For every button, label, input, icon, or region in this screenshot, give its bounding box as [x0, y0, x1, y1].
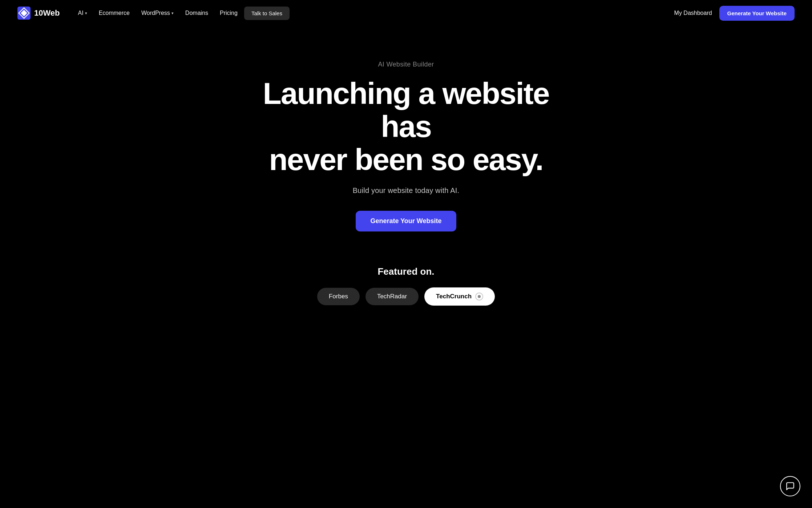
featured-title: Featured on. — [377, 266, 434, 277]
featured-badge-techradar[interactable]: TechRadar — [365, 288, 419, 305]
hero-title-line2: never been so easy. — [269, 142, 543, 177]
nav-links: AI ▾ Ecommerce WordPress ▾ Domains Prici… — [73, 7, 290, 20]
logo-link[interactable]: 10Web — [17, 7, 60, 20]
brand-name: 10Web — [34, 8, 60, 18]
chat-icon — [785, 481, 795, 491]
nav-item-ecommerce[interactable]: Ecommerce — [94, 7, 135, 19]
talk-to-sales-button[interactable]: Talk to Sales — [244, 7, 290, 20]
hero-subtitle: Build your website today with AI. — [353, 186, 459, 195]
chat-support-button[interactable] — [780, 476, 800, 496]
hero-eyebrow: AI Website Builder — [378, 61, 434, 68]
nav-item-domains[interactable]: Domains — [180, 7, 213, 19]
featured-badge-techcrunch[interactable]: TechCrunch — [424, 287, 495, 306]
featured-logos: Forbes TechRadar TechCrunch — [317, 287, 495, 306]
nav-item-pricing[interactable]: Pricing — [215, 7, 243, 19]
hero-title-line1: Launching a website has — [263, 76, 549, 144]
my-dashboard-link[interactable]: My Dashboard — [674, 10, 712, 16]
nav-item-ai[interactable]: AI ▾ — [73, 7, 92, 19]
generate-website-nav-button[interactable]: Generate Your Website — [719, 6, 795, 21]
ai-chevron-icon: ▾ — [85, 11, 87, 16]
featured-section: Featured on. Forbes TechRadar TechCrunch — [0, 251, 812, 306]
active-dot — [478, 295, 481, 298]
navbar: 10Web AI ▾ Ecommerce WordPress ▾ Domains… — [0, 0, 812, 26]
hero-section: AI Website Builder Launching a website h… — [0, 26, 812, 251]
nav-left: 10Web AI ▾ Ecommerce WordPress ▾ Domains… — [17, 7, 290, 20]
hero-title: Launching a website has never been so ea… — [243, 77, 570, 176]
featured-badge-forbes[interactable]: Forbes — [317, 288, 360, 305]
generate-website-hero-button[interactable]: Generate Your Website — [356, 211, 456, 231]
logo-icon — [17, 7, 31, 20]
wordpress-chevron-icon: ▾ — [171, 11, 174, 16]
nav-item-wordpress[interactable]: WordPress ▾ — [136, 7, 179, 19]
active-indicator — [475, 293, 483, 301]
nav-right: My Dashboard Generate Your Website — [674, 6, 795, 21]
